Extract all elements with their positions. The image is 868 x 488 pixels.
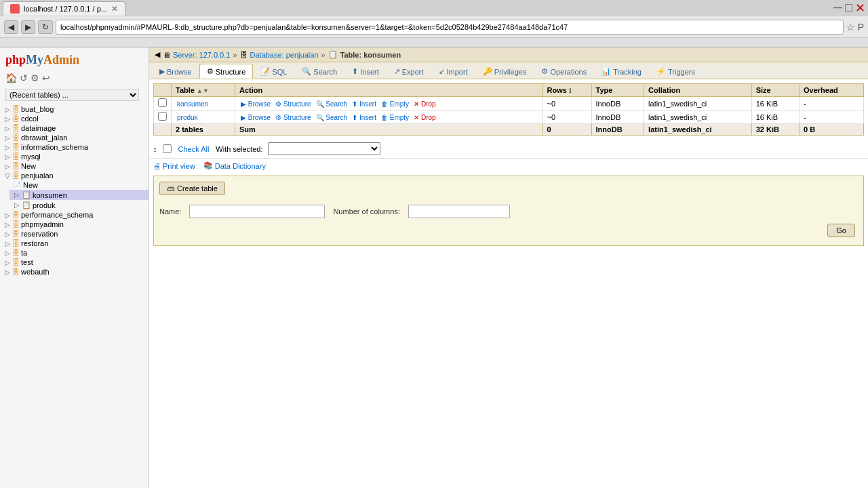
tab-structure[interactable]: ⚙ Structure (199, 64, 254, 79)
expand-icon: ▷ (3, 153, 12, 161)
insert-link-produk[interactable]: ⬆ Insert (352, 114, 376, 121)
logout-icon[interactable]: ↩ (42, 73, 50, 83)
db-icon: 🗄 (12, 152, 20, 161)
sidebar-item-ta[interactable]: ▷ 🗄 ta (0, 248, 149, 258)
phpmyadmin-logo: phpMyAdmin (5, 53, 143, 67)
sql-tab-icon: 📝 (260, 67, 270, 76)
empty-link-produk[interactable]: 🗑 Empty (381, 114, 409, 121)
search-tab-label: Search (313, 68, 337, 76)
sidebar-item-penjualan-New[interactable]: 📄 New (9, 180, 149, 190)
empty-link-konsumen[interactable]: 🗑 Empty (381, 100, 409, 108)
data-dictionary-link[interactable]: 📚 Data Dictionary (203, 161, 266, 170)
create-table-button[interactable]: 🗃 Create table (159, 182, 225, 195)
check-all-checkbox[interactable] (163, 144, 172, 153)
table-icon: 📋 (22, 201, 31, 209)
tab-tracking[interactable]: 📊 Tracking (594, 64, 649, 79)
tab-search[interactable]: 🔍 Search (294, 64, 344, 79)
sidebar-item-penjualan-produk[interactable]: ▷ 📋 produk (9, 200, 149, 210)
privileges-tab-label: Privileges (494, 68, 527, 76)
checkbox-produk[interactable] (158, 112, 167, 121)
back-button[interactable]: ◀ (4, 20, 18, 34)
col-header-table[interactable]: Table ▲▼ (172, 84, 235, 97)
breadcrumb-database[interactable]: Database: penjualan (250, 51, 319, 59)
sort-icon: ▲▼ (197, 87, 209, 94)
check-all-link[interactable]: Check All (178, 145, 210, 153)
export-tab-icon: ↗ (394, 67, 400, 76)
structure-tab-label: Structure (216, 68, 246, 76)
with-selected-dropdown[interactable]: Browse Drop Empty Export Analyze table O… (268, 142, 380, 155)
breadcrumb-server[interactable]: Server: 127.0.0.1 (173, 51, 230, 59)
sidebar-item-dataimage[interactable]: ▷ 🗄 dataimage (0, 123, 149, 133)
print-view-link[interactable]: 🖨 Print view (153, 162, 195, 170)
table-icon: 📄 (12, 182, 22, 189)
table-link-konsumen[interactable]: konsumen (177, 100, 208, 108)
table-link-produk[interactable]: produk (177, 114, 198, 121)
sidebar-item-performance_schema[interactable]: ▷ 🗄 performance_schema (0, 210, 149, 220)
columns-input[interactable] (408, 205, 510, 218)
drop-link-konsumen[interactable]: ✕ Drop (414, 100, 435, 108)
tab-operations[interactable]: ⚙ Operations (534, 64, 594, 79)
close-window-icon[interactable]: ✕ (855, 1, 865, 16)
sidebar-item-mysql[interactable]: ▷ 🗄 mysql (0, 152, 149, 161)
sidebar-item-cdcol[interactable]: ▷ 🗄 cdcol (0, 114, 149, 123)
db-label: buat_blog (20, 105, 54, 113)
sidebar-item-restoran[interactable]: ▷ 🗄 restoran (0, 239, 149, 248)
structure-link-produk[interactable]: ⚙ Structure (275, 114, 311, 121)
db-icon: 🗄 (12, 143, 20, 151)
extension-icon[interactable]: P (858, 22, 864, 33)
tab-import[interactable]: ↙ Import (431, 64, 475, 79)
insert-link-konsumen[interactable]: ⬆ Insert (352, 100, 376, 108)
structure-link-konsumen[interactable]: ⚙ Structure (275, 100, 311, 108)
tab-privileges[interactable]: 🔑 Privileges (475, 64, 534, 79)
tab-triggers[interactable]: ⚡ Triggers (649, 64, 703, 79)
maximize-icon[interactable]: □ (845, 1, 852, 16)
db-label: cdcol (20, 115, 39, 123)
logo-area: phpMyAdmin (0, 50, 149, 70)
search-link-produk[interactable]: 🔍 Search (316, 114, 347, 121)
penjualan-children: 📄 New ▷ 📋 konsumen ▷ 📋 produk (0, 180, 149, 210)
refresh-button[interactable]: ↻ (38, 20, 53, 34)
browse-link-produk[interactable]: ▶ Browse (241, 114, 271, 121)
db-label: dbrawat_jalan (20, 134, 68, 142)
drop-link-produk[interactable]: ✕ Drop (414, 114, 435, 121)
tab-sql[interactable]: 📝 SQL (253, 64, 294, 79)
checkbox-konsumen[interactable] (158, 98, 167, 107)
sidebar-item-penjualan-konsumen[interactable]: ▷ 📋 konsumen (9, 190, 149, 200)
address-bar[interactable] (56, 20, 844, 35)
sidebar-item-New[interactable]: ▷ 🗄 New (0, 161, 149, 171)
expand-icon: ▷ (3, 268, 12, 276)
data-dictionary-label: Data Dictionary (215, 162, 266, 170)
tracking-tab-label: Tracking (613, 68, 642, 76)
sidebar-item-penjualan[interactable]: ▽ 🗄 penjualan (0, 171, 149, 180)
col-header-rows[interactable]: Rows ℹ (542, 84, 591, 97)
sidebar-item-reservation[interactable]: ▷ 🗄 reservation (0, 229, 149, 239)
tab-browse[interactable]: ▶ Browse (152, 64, 199, 79)
tab-close-icon[interactable]: ✕ (111, 4, 118, 14)
tab-insert[interactable]: ⬆ Insert (344, 64, 387, 79)
sidebar-item-buat_blog[interactable]: ▷ 🗄 buat_blog (0, 104, 149, 114)
row-check-konsumen (154, 97, 172, 110)
sidebar-item-webauth[interactable]: ▷ 🗄 webauth (0, 267, 149, 277)
browse-link-konsumen[interactable]: ▶ Browse (241, 100, 271, 108)
minimize-icon[interactable]: ─ (833, 1, 842, 16)
sidebar-item-dbrawat_jalan[interactable]: ▷ 🗄 dbrawat_jalan (0, 133, 149, 142)
sidebar-item-test[interactable]: ▷ 🗄 test (0, 258, 149, 267)
tables-table: Table ▲▼ Action Rows ℹ Type Collation Si… (153, 83, 864, 136)
sidebar-item-phpmyadmin[interactable]: ▷ 🗄 phpmyadmin (0, 220, 149, 229)
breadcrumb-collapse-icon[interactable]: ◀ (155, 50, 160, 59)
table-name-input[interactable] (189, 205, 325, 218)
sidebar-item-information_schema[interactable]: ▷ 🗄 information_schema (0, 142, 149, 152)
col-header-type: Type (591, 84, 644, 97)
go-button[interactable]: Go (827, 224, 855, 237)
home-icon[interactable]: 🏠 (5, 73, 17, 83)
search-link-konsumen[interactable]: 🔍 Search (316, 100, 347, 108)
star-icon[interactable]: ☆ (846, 22, 855, 33)
forward-button[interactable]: ▶ (21, 20, 35, 34)
reload-icon[interactable]: ↺ (20, 73, 28, 83)
settings-icon[interactable]: ⚙ (31, 73, 39, 83)
tab-bar: ▶ Browse ⚙ Structure 📝 SQL 🔍 Search ⬆ In… (149, 62, 868, 79)
tab-export[interactable]: ↗ Export (387, 64, 431, 79)
recent-tables-select[interactable]: (Recent tables) ... (5, 89, 139, 101)
with-selected-label: With selected: (216, 145, 262, 153)
browser-tab[interactable]: localhost / 127.0.0.1 / p... ✕ (3, 1, 125, 16)
